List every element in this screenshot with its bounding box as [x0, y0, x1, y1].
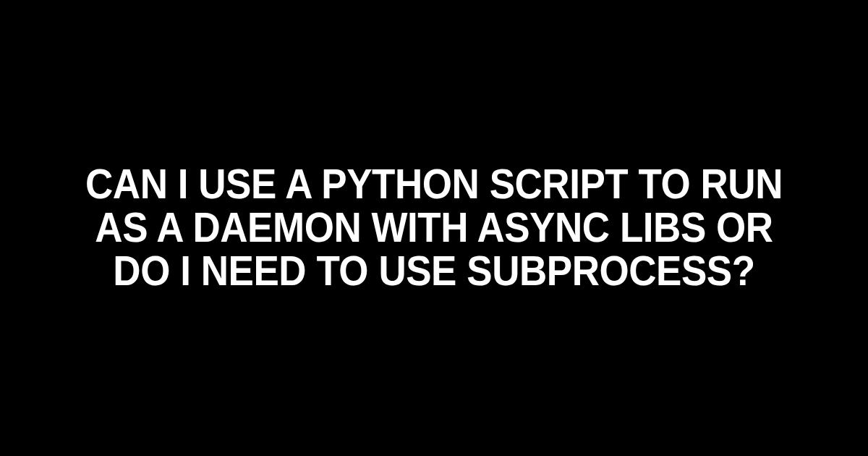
- page-title: Can I use a Python script to run as a da…: [67, 163, 801, 293]
